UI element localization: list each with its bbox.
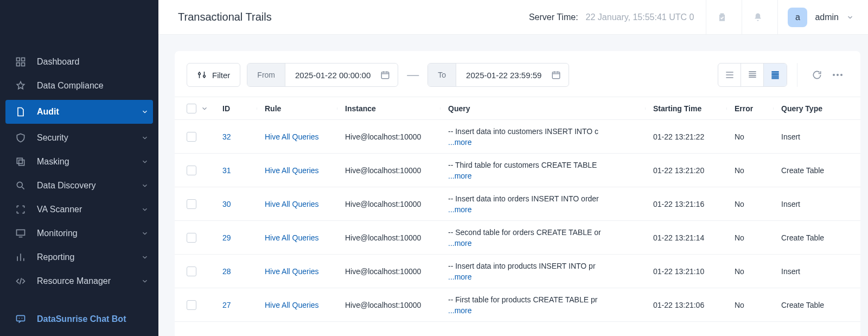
cell-query: -- Third table for customers CREATE TABL… xyxy=(441,161,646,180)
cell-starting-time: 01-22 13:21:22 xyxy=(646,132,727,141)
sidebar-item-monitoring[interactable]: Monitoring xyxy=(0,221,158,245)
col-header-instance[interactable]: Instance xyxy=(337,104,441,113)
list-dense-icon xyxy=(770,69,781,80)
cell-starting-time: 01-22 13:21:20 xyxy=(646,166,727,175)
query-more-link[interactable]: ...more xyxy=(448,205,640,214)
more-actions-button[interactable] xyxy=(827,69,848,80)
toolbar: Filter From 2025-01-22 00:00:00 — To 202… xyxy=(175,51,860,97)
user-menu[interactable]: a admin xyxy=(777,0,854,35)
cell-instance: Hive@localhost:10000 xyxy=(337,132,441,141)
table-row[interactable]: 29Hive All QueriesHive@localhost:10000--… xyxy=(175,221,860,255)
cell-id[interactable]: 28 xyxy=(222,267,257,276)
sidebar-item-label: Monitoring xyxy=(37,229,78,238)
sidebar-item-label: Security xyxy=(37,133,68,143)
sidebar-item-vascanner[interactable]: VA Scanner xyxy=(0,198,158,221)
cell-query-type: Create Table xyxy=(774,166,839,175)
sidebar-item-security[interactable]: Security xyxy=(0,126,158,150)
sidebar-item-reporting[interactable]: Reporting xyxy=(0,245,158,269)
cell-query-type: Insert xyxy=(774,132,839,141)
table-row[interactable]: 32Hive All QueriesHive@localhost:10000--… xyxy=(175,120,860,154)
cell-id[interactable]: 30 xyxy=(222,200,257,208)
refresh-button[interactable] xyxy=(807,69,827,80)
sidebar-item-masking[interactable]: Masking xyxy=(0,150,158,174)
query-more-link[interactable]: ...more xyxy=(448,138,640,147)
cell-rule[interactable]: Hive All Queries xyxy=(257,301,337,309)
cell-rule[interactable]: Hive All Queries xyxy=(257,132,337,141)
cell-instance: Hive@localhost:10000 xyxy=(337,200,441,208)
sidebar-item-audit[interactable]: Audit xyxy=(5,100,153,124)
col-header-rule[interactable]: Rule xyxy=(257,104,337,113)
cell-starting-time: 01-22 13:21:06 xyxy=(646,301,727,309)
query-more-link[interactable]: ...more xyxy=(448,172,640,180)
col-header-query[interactable]: Query xyxy=(441,104,646,113)
cell-starting-time: 01-22 13:21:16 xyxy=(646,200,727,208)
table-row[interactable]: 27Hive All QueriesHive@localhost:10000--… xyxy=(175,288,860,322)
chevron-down-icon xyxy=(141,158,149,166)
chevron-down-icon xyxy=(141,230,149,237)
cell-rule[interactable]: Hive All Queries xyxy=(257,267,337,276)
cell-rule[interactable]: Hive All Queries xyxy=(257,233,337,242)
sidebar-item-compliance[interactable]: Data Compliance xyxy=(0,74,158,98)
server-time-label: Server Time: xyxy=(529,12,578,22)
col-header-id[interactable]: ID xyxy=(222,104,257,113)
row-checkbox[interactable] xyxy=(187,300,196,310)
query-more-link[interactable]: ...more xyxy=(448,306,640,315)
col-header-error[interactable]: Error xyxy=(727,104,774,113)
tasks-button[interactable] xyxy=(706,0,737,35)
notifications-button[interactable] xyxy=(742,0,773,35)
sidebar-item-label: Resource Manager xyxy=(37,276,111,286)
query-more-link[interactable]: ...more xyxy=(448,239,640,248)
table-row[interactable]: 30Hive All QueriesHive@localhost:10000--… xyxy=(175,187,860,221)
file-icon xyxy=(14,106,27,117)
date-from-value: 2025-01-22 00:00:00 xyxy=(285,71,380,80)
query-text: -- Insert data into customers INSERT INT… xyxy=(448,127,640,136)
date-from-label: From xyxy=(247,64,285,86)
table-row[interactable]: 31Hive All QueriesHive@localhost:10000--… xyxy=(175,154,860,187)
view-sparse-button[interactable] xyxy=(718,64,741,86)
chevron-down-icon[interactable] xyxy=(201,105,208,112)
sidebar-item-dashboard[interactable]: Dashboard xyxy=(0,50,158,74)
query-text: -- First table for products CREATE TABLE… xyxy=(448,295,640,304)
svg-rect-4 xyxy=(22,63,25,66)
ellipsis-icon xyxy=(831,69,844,80)
row-checkbox[interactable] xyxy=(187,132,196,142)
cell-id[interactable]: 31 xyxy=(222,166,257,175)
cell-id[interactable]: 32 xyxy=(222,132,257,141)
sidebar-item-label: Data Compliance xyxy=(37,81,104,91)
row-checkbox[interactable] xyxy=(187,233,196,243)
svg-point-13 xyxy=(203,75,206,77)
sidebar-item-label: Masking xyxy=(37,157,69,167)
cell-rule[interactable]: Hive All Queries xyxy=(257,200,337,208)
cell-query-type: Insert xyxy=(774,267,839,276)
cell-id[interactable]: 27 xyxy=(222,301,257,309)
view-dense-button[interactable] xyxy=(764,64,787,86)
sidebar-item-chatbot[interactable]: DataSunrise Chat Bot xyxy=(0,307,158,331)
list-medium-icon xyxy=(747,69,758,80)
query-more-link[interactable]: ...more xyxy=(448,272,640,281)
col-header-start[interactable]: Starting Time xyxy=(646,104,727,113)
cell-error: No xyxy=(727,200,774,208)
select-all-checkbox[interactable] xyxy=(187,104,196,113)
date-to-input[interactable]: To 2025-01-22 23:59:59 xyxy=(427,63,569,87)
cell-instance: Hive@localhost:10000 xyxy=(337,166,441,175)
cell-rule[interactable]: Hive All Queries xyxy=(257,166,337,175)
row-checkbox[interactable] xyxy=(187,199,196,209)
cell-error: No xyxy=(727,267,774,276)
sidebar-item-discovery[interactable]: Data Discovery xyxy=(0,174,158,198)
calendar-icon xyxy=(551,70,569,80)
svg-point-7 xyxy=(17,182,22,187)
table-row[interactable]: 28Hive All QueriesHive@localhost:10000--… xyxy=(175,255,860,288)
cell-id[interactable]: 29 xyxy=(222,233,257,242)
row-checkbox[interactable] xyxy=(187,267,196,276)
sidebar-item-resource[interactable]: Resource Manager xyxy=(0,269,158,293)
date-from-input[interactable]: From 2025-01-22 00:00:00 xyxy=(247,63,398,87)
view-medium-button[interactable] xyxy=(741,64,764,86)
sidebar-item-label: Data Discovery xyxy=(37,181,95,191)
filter-label: Filter xyxy=(212,71,230,80)
chevron-down-icon xyxy=(141,253,149,261)
row-checkbox[interactable] xyxy=(187,166,196,175)
col-header-type[interactable]: Query Type xyxy=(774,104,839,113)
filter-button[interactable]: Filter xyxy=(187,63,240,87)
search-icon xyxy=(14,180,27,191)
main: Filter From 2025-01-22 00:00:00 — To 202… xyxy=(158,0,868,336)
